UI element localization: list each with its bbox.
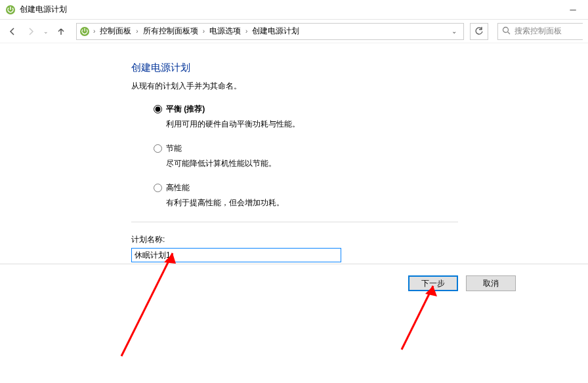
titlebar: 创建电源计划 ─: [0, 0, 588, 20]
svg-point-2: [503, 27, 509, 32]
up-button[interactable]: [54, 24, 68, 39]
refresh-button[interactable]: [470, 23, 488, 40]
option-balanced-desc: 利用可用的硬件自动平衡功耗与性能。: [166, 119, 588, 130]
window-title: 创建电源计划: [20, 4, 67, 15]
breadcrumb-sep[interactable]: ›: [245, 28, 248, 35]
option-powersaver: 节能 尽可能降低计算机性能以节能。: [154, 143, 588, 169]
cancel-button[interactable]: 取消: [466, 275, 516, 291]
radio-high-performance-input[interactable]: [154, 184, 162, 192]
breadcrumb-item-power-options[interactable]: 电源选项: [207, 24, 243, 38]
option-high-performance-label: 高性能: [166, 182, 190, 193]
plan-name-input[interactable]: [131, 248, 341, 262]
page-title: 创建电源计划: [131, 62, 588, 74]
control-panel-icon: [79, 26, 90, 37]
option-powersaver-label: 节能: [166, 143, 182, 154]
plan-name-label: 计划名称:: [131, 234, 458, 245]
radio-balanced-input[interactable]: [154, 105, 162, 113]
address-dropdown-icon[interactable]: ⌄: [448, 28, 461, 35]
search-input[interactable]: 搜索控制面板: [497, 23, 583, 40]
power-plan-app-icon: [5, 5, 16, 15]
search-placeholder: 搜索控制面板: [514, 26, 562, 37]
breadcrumb-item-create-plan[interactable]: 创建电源计划: [249, 24, 302, 38]
plan-name-area: 计划名称:: [131, 222, 458, 262]
radio-powersaver-input[interactable]: [154, 144, 162, 153]
button-row: 下一步 取消: [408, 275, 516, 291]
option-powersaver-desc: 尽可能降低计算机性能以节能。: [166, 158, 588, 169]
separator: [131, 222, 458, 222]
breadcrumb-item-control-panel[interactable]: 控制面板: [97, 24, 134, 38]
breadcrumb: › 控制面板 › 所有控制面板项 › 电源选项 › 创建电源计划: [93, 24, 446, 38]
page-subtitle: 从现有的计划入手并为其命名。: [131, 81, 588, 92]
navbar: ⌄ › 控制面板 › 所有控制面板项 › 电源选项 › 创建电源计划 ⌄ 搜索控…: [0, 20, 588, 43]
breadcrumb-sep[interactable]: ›: [93, 28, 96, 35]
bottom-separator: [0, 264, 588, 264]
breadcrumb-sep[interactable]: ›: [202, 28, 205, 35]
next-button[interactable]: 下一步: [408, 275, 458, 291]
content-area: 创建电源计划 从现有的计划入手并为其命名。 平衡 (推荐) 利用可用的硬件自动平…: [0, 43, 588, 383]
radio-high-performance[interactable]: 高性能: [154, 182, 588, 193]
forward-button[interactable]: [24, 24, 38, 39]
history-dropdown[interactable]: ⌄: [42, 28, 50, 35]
address-bar[interactable]: › 控制面板 › 所有控制面板项 › 电源选项 › 创建电源计划 ⌄: [76, 23, 464, 40]
minimize-button[interactable]: ─: [558, 0, 588, 20]
option-balanced-label: 平衡 (推荐): [166, 104, 205, 115]
search-icon: [502, 26, 511, 37]
radio-balanced[interactable]: 平衡 (推荐): [154, 104, 588, 115]
breadcrumb-sep[interactable]: ›: [135, 28, 138, 35]
radio-powersaver[interactable]: 节能: [154, 143, 588, 154]
breadcrumb-item-all-items[interactable]: 所有控制面板项: [140, 24, 201, 38]
option-high-performance-desc: 有利于提高性能，但会增加功耗。: [166, 197, 588, 209]
back-button[interactable]: [5, 24, 20, 39]
option-high-performance: 高性能 有利于提高性能，但会增加功耗。: [154, 182, 588, 209]
svg-line-3: [508, 31, 511, 34]
option-balanced: 平衡 (推荐) 利用可用的硬件自动平衡功耗与性能。: [154, 104, 588, 130]
